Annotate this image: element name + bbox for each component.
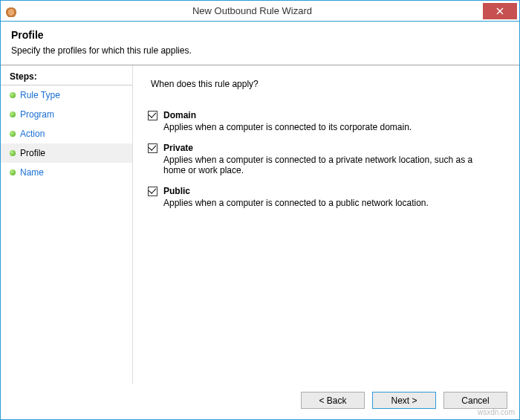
- step-label: Rule Type: [20, 88, 60, 102]
- bullet-icon: [10, 131, 16, 137]
- checkbox-public-desc: Applies when a computer is connected to …: [163, 198, 475, 208]
- cancel-button[interactable]: Cancel: [443, 392, 507, 409]
- option-private: Private Applies when a computer is conne…: [148, 143, 504, 175]
- option-domain: Domain Applies when a computer is connec…: [148, 110, 504, 132]
- titlebar: New Outbound Rule Wizard: [1, 1, 519, 22]
- step-name[interactable]: Name: [1, 163, 132, 182]
- close-button[interactable]: [483, 3, 517, 19]
- checkbox-public[interactable]: [148, 187, 157, 196]
- page-subtitle: Specify the profiles for which this rule…: [11, 45, 509, 56]
- profile-question: When does this rule apply?: [151, 79, 504, 89]
- step-action[interactable]: Action: [1, 124, 132, 143]
- firewall-icon: [5, 5, 17, 17]
- checkbox-private-desc: Applies when a computer is connected to …: [163, 155, 475, 175]
- steps-sidebar: Steps: Rule Type Program Action Profile …: [1, 65, 133, 384]
- step-program[interactable]: Program: [1, 105, 132, 124]
- checkbox-domain-desc: Applies when a computer is connected to …: [163, 122, 475, 132]
- bullet-icon: [10, 169, 16, 175]
- checkbox-domain-label: Domain: [163, 110, 196, 120]
- step-label: Profile: [20, 146, 45, 160]
- wizard-footer: < Back Next > Cancel: [1, 384, 519, 419]
- step-rule-type[interactable]: Rule Type: [1, 85, 132, 105]
- watermark: wsxdn.com: [478, 408, 515, 416]
- window-title: New Outbound Rule Wizard: [22, 5, 483, 16]
- next-button[interactable]: Next >: [372, 392, 436, 409]
- checkbox-private[interactable]: [148, 143, 157, 153]
- page-title: Profile: [11, 29, 509, 41]
- step-label: Program: [20, 108, 54, 121]
- wizard-window: New Outbound Rule Wizard Profile Specify…: [0, 0, 520, 420]
- wizard-header: Profile Specify the profiles for which t…: [1, 22, 519, 65]
- step-profile[interactable]: Profile: [1, 143, 132, 163]
- step-label: Name: [20, 166, 44, 179]
- bullet-icon: [10, 150, 16, 156]
- checkbox-public-label: Public: [163, 186, 190, 196]
- checkbox-domain[interactable]: [148, 111, 157, 120]
- wizard-main: When does this rule apply? Domain Applie…: [133, 65, 519, 384]
- bullet-icon: [10, 112, 16, 117]
- back-button[interactable]: < Back: [301, 392, 365, 409]
- close-icon: [496, 7, 504, 15]
- checkbox-private-label: Private: [163, 143, 193, 153]
- bullet-icon: [10, 92, 16, 98]
- step-label: Action: [20, 127, 45, 140]
- option-public: Public Applies when a computer is connec…: [148, 186, 504, 208]
- steps-heading: Steps:: [1, 68, 132, 85]
- wizard-body: Steps: Rule Type Program Action Profile …: [1, 65, 519, 384]
